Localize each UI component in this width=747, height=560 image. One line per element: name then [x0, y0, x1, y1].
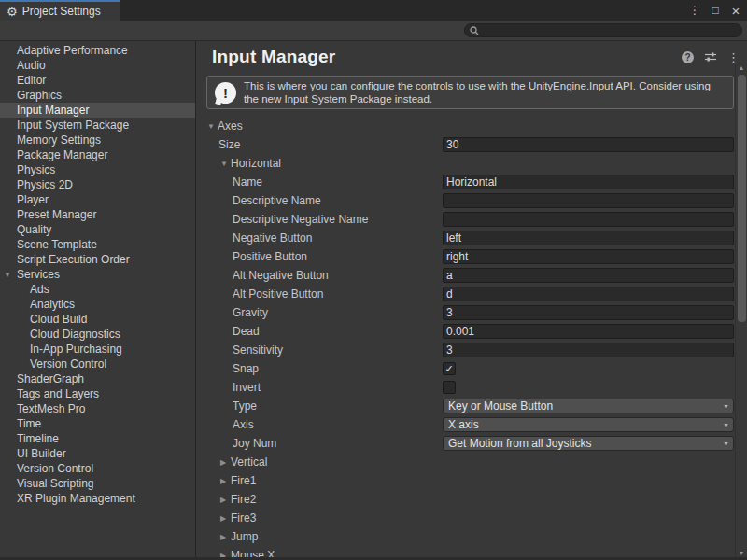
sidebar-item-timeline[interactable]: Timeline — [0, 431, 195, 446]
sidebar-item-textmesh-pro[interactable]: TextMesh Pro — [0, 401, 195, 416]
gravity-field[interactable]: 3 — [443, 305, 734, 320]
foldout-row-fire1[interactable]: ▶Fire1 — [196, 471, 747, 490]
sidebar-item-memory-settings[interactable]: Memory Settings — [0, 133, 195, 147]
tab-label: Project Settings — [22, 5, 101, 18]
negative-button-field[interactable]: left — [443, 231, 734, 245]
help-box-text: This is where you can configure the cont… — [244, 79, 726, 106]
scroll-up-icon[interactable]: ▲ — [736, 64, 747, 71]
chevron-down-icon: ▼ — [723, 422, 729, 428]
help-icon[interactable]: ? — [682, 51, 694, 63]
search-box[interactable] — [464, 23, 742, 37]
chevron-right-icon[interactable]: ▶ — [220, 477, 231, 485]
sidebar-item-player[interactable]: Player — [0, 192, 195, 207]
field-row-type: Type Key or Mouse Button▼ — [196, 397, 747, 415]
sidebar-item-xr-plugin-management[interactable]: XR Plugin Management — [0, 491, 195, 506]
input-manager-panel: Input Manager ? ⋮ ! This is where you ca… — [196, 41, 747, 559]
field-row-axis: Axis X axis▼ — [196, 415, 747, 434]
window-controls: ⋮ □ × — [687, 0, 743, 21]
sidebar-item-version-control[interactable]: Version Control — [0, 461, 195, 476]
positive-button-field[interactable]: right — [443, 249, 734, 264]
name-field[interactable]: Horizontal — [443, 175, 734, 189]
field-row-descriptive-negative-name: Descriptive Negative Name — [196, 210, 747, 229]
joy-num-dropdown[interactable]: Get Motion from all Joysticks▼ — [443, 436, 734, 451]
sidebar-item-analytics[interactable]: Analytics — [0, 297, 195, 312]
chevron-right-icon[interactable]: ▶ — [220, 496, 231, 504]
chevron-down-icon[interactable]: ▼ — [4, 271, 17, 279]
chevron-down-icon[interactable]: ▼ — [207, 122, 218, 131]
sidebar-item-physics-2d[interactable]: Physics 2D — [0, 177, 195, 192]
invert-checkbox[interactable] — [443, 381, 456, 394]
maximize-icon[interactable]: □ — [708, 3, 723, 18]
descriptive-negative-name-field[interactable] — [443, 212, 734, 227]
tab-project-settings[interactable]: ⚙ Project Settings — [0, 0, 120, 21]
field-row-snap: Snap ✓ — [196, 359, 747, 378]
chevron-right-icon[interactable]: ▶ — [220, 514, 231, 523]
info-icon: ! — [215, 82, 236, 104]
sidebar-item-package-manager[interactable]: Package Manager — [0, 147, 195, 162]
axes-settings-list: ▼Axes Size 30 ▼Horizontal Name Horizonta… — [196, 117, 747, 560]
sensitivity-field[interactable]: 3 — [443, 343, 734, 357]
sidebar-item-visual-scripting[interactable]: Visual Scripting — [0, 476, 195, 491]
chevron-down-icon[interactable]: ▼ — [220, 160, 231, 168]
sidebar-item-script-execution-order[interactable]: Script Execution Order — [0, 252, 195, 267]
sidebar-item-tags-and-layers[interactable]: Tags and Layers — [0, 386, 195, 401]
field-row-invert: Invert — [196, 378, 747, 397]
field-row-positive-button: Positive Button right — [196, 247, 747, 266]
search-input[interactable] — [483, 24, 741, 36]
window-menu-icon[interactable]: ⋮ — [687, 3, 702, 18]
sidebar-item-audio[interactable]: Audio — [0, 58, 195, 73]
field-row-alt-positive-button: Alt Positive Button d — [196, 285, 747, 303]
sidebar-item-graphics[interactable]: Graphics — [0, 88, 195, 103]
descriptive-name-field[interactable] — [443, 193, 734, 208]
snap-checkbox[interactable]: ✓ — [443, 362, 456, 375]
sidebar-item-preset-manager[interactable]: Preset Manager — [0, 207, 195, 222]
close-icon[interactable]: × — [728, 3, 743, 18]
sidebar-item-scene-template[interactable]: Scene Template — [0, 237, 195, 252]
sidebar-item-time[interactable]: Time — [0, 416, 195, 431]
chevron-right-icon[interactable]: ▶ — [220, 533, 231, 541]
sidebar-item-input-manager[interactable]: Input Manager — [0, 103, 195, 118]
sidebar-item-ui-builder[interactable]: UI Builder — [0, 446, 195, 461]
settings-sidebar: Adaptive Performance Audio Editor Graphi… — [0, 41, 196, 559]
foldout-row-jump[interactable]: ▶Jump — [196, 527, 747, 546]
sidebar-item-ads[interactable]: Ads — [0, 282, 195, 297]
scroll-down-icon[interactable]: ▼ — [736, 550, 747, 556]
presets-icon[interactable] — [704, 51, 717, 63]
sidebar-item-cloud-build[interactable]: Cloud Build — [0, 312, 195, 327]
chevron-right-icon[interactable]: ▶ — [220, 458, 231, 467]
sidebar-item-adaptive-performance[interactable]: Adaptive Performance — [0, 43, 195, 58]
sidebar-item-editor[interactable]: Editor — [0, 73, 195, 88]
alt-positive-button-field[interactable]: d — [443, 287, 734, 301]
dead-field[interactable]: 0.001 — [443, 324, 734, 339]
foldout-row-horizontal[interactable]: ▼Horizontal — [196, 154, 747, 173]
sidebar-item-quality[interactable]: Quality — [0, 222, 195, 237]
field-row-descriptive-name: Descriptive Name — [196, 191, 747, 210]
field-row-size: Size 30 — [196, 135, 747, 154]
search-icon — [470, 26, 479, 35]
type-dropdown[interactable]: Key or Mouse Button▼ — [443, 399, 734, 413]
sidebar-item-shadergraph[interactable]: ShaderGraph — [0, 371, 195, 386]
foldout-row-vertical[interactable]: ▶Vertical — [196, 453, 747, 471]
sidebar-item-physics[interactable]: Physics — [0, 162, 195, 177]
help-box: ! This is where you can configure the co… — [206, 76, 734, 109]
sidebar-item-in-app-purchasing[interactable]: In-App Purchasing — [0, 342, 195, 357]
sidebar-item-cloud-diagnostics[interactable]: Cloud Diagnostics — [0, 327, 195, 342]
size-field[interactable]: 30 — [443, 137, 734, 152]
sidebar-item-version-control-service[interactable]: Version Control — [0, 357, 195, 371]
scrollbar-thumb[interactable] — [738, 75, 746, 322]
axis-dropdown[interactable]: X axis▼ — [443, 417, 734, 432]
chevron-down-icon: ▼ — [723, 403, 729, 410]
project-settings-window: ⚙ Project Settings ⋮ □ × Adaptive Perfor… — [0, 0, 747, 560]
gear-icon: ⚙ — [7, 6, 18, 18]
toolbar — [0, 21, 747, 41]
vertical-scrollbar[interactable]: ▲ ▼ — [735, 62, 747, 559]
foldout-row-fire3[interactable]: ▶Fire3 — [196, 509, 747, 527]
sidebar-item-services[interactable]: ▼Services — [0, 267, 195, 282]
alt-negative-button-field[interactable]: a — [443, 268, 734, 283]
foldout-row-axes[interactable]: ▼Axes — [196, 117, 747, 135]
foldout-row-fire2[interactable]: ▶Fire2 — [196, 490, 747, 509]
field-row-joy-num: Joy Num Get Motion from all Joysticks▼ — [196, 434, 747, 453]
check-icon: ✓ — [444, 364, 453, 374]
tab-strip: ⚙ Project Settings ⋮ □ × — [0, 0, 747, 21]
sidebar-item-input-system-package[interactable]: Input System Package — [0, 118, 195, 133]
